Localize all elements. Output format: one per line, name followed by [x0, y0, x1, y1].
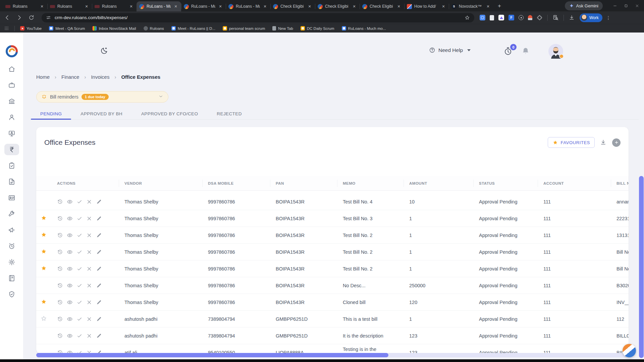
- browser-tab[interactable]: Ruloans✕: [3, 1, 47, 11]
- address-bar[interactable]: crm-dev.ruloans.com/bills/expenses/: [42, 13, 474, 22]
- approve-icon[interactable]: [76, 333, 83, 339]
- reject-icon[interactable]: [86, 316, 92, 322]
- sidebar-item-rupee[interactable]: [4, 144, 19, 155]
- sidebar-item-wrench[interactable]: [4, 210, 19, 218]
- bill-reminders-dropdown[interactable]: Bill reminders 1 due today: [36, 91, 168, 103]
- extension-icon-page[interactable]: [490, 15, 494, 20]
- tab-rejected[interactable]: REJECTED: [207, 108, 251, 119]
- edit-icon[interactable]: [96, 266, 102, 272]
- view-icon[interactable]: [67, 266, 73, 272]
- ask-gemini-button[interactable]: Ask Gemini: [565, 1, 603, 10]
- extension-icon-magnet[interactable]: [528, 15, 532, 20]
- tab-approved-by-bh[interactable]: APPROVED BY BH: [71, 108, 132, 119]
- favourite-cell[interactable]: [36, 299, 50, 306]
- notifications-button[interactable]: [522, 47, 530, 56]
- approve-icon[interactable]: [76, 316, 83, 322]
- reject-icon[interactable]: [86, 216, 92, 222]
- reject-icon[interactable]: [86, 249, 92, 255]
- url-text[interactable]: crm-dev.ruloans.com/bills/expenses/: [55, 15, 465, 20]
- reject-icon[interactable]: [86, 283, 92, 289]
- approve-icon[interactable]: [76, 283, 83, 289]
- bookmark-item[interactable]: RuLoans - Much mo...: [342, 26, 386, 31]
- breadcrumb-invoices[interactable]: Invoices: [91, 74, 109, 80]
- sidebar-item-briefcase[interactable]: [4, 81, 19, 89]
- breadcrumb-home[interactable]: Home: [36, 74, 50, 80]
- edit-icon[interactable]: [96, 216, 102, 222]
- approve-icon[interactable]: [76, 299, 83, 305]
- history-icon[interactable]: [57, 232, 63, 238]
- history-icon[interactable]: [57, 283, 63, 289]
- reload-icon[interactable]: [28, 14, 35, 21]
- sidebar-item-person[interactable]: [4, 113, 19, 121]
- extension-icon-blue[interactable]: [480, 15, 485, 20]
- browser-tab[interactable]: SNovostack™✕: [449, 1, 493, 11]
- add-expense-button[interactable]: [612, 138, 621, 147]
- edit-icon[interactable]: [96, 232, 102, 238]
- reject-icon[interactable]: [86, 199, 92, 205]
- browser-tab[interactable]: RuLoans - Mu✕: [226, 1, 270, 11]
- sidebar-item-document-edit[interactable]: [4, 178, 19, 186]
- vertical-scrollbar[interactable]: [639, 176, 644, 358]
- bookmark-item[interactable]: Meet - QA Scrum: [49, 26, 85, 31]
- favourite-cell[interactable]: [36, 215, 50, 222]
- horizontal-scrollbar[interactable]: [36, 353, 629, 357]
- bookmark-item[interactable]: YouTube: [20, 26, 42, 31]
- bookmark-item[interactable]: personal team scrum: [223, 26, 265, 31]
- timer-button[interactable]: 0: [503, 47, 514, 57]
- tab-close-icon[interactable]: ✕: [173, 4, 178, 9]
- bookmark-item[interactable]: Inbox NovoStack Mail: [92, 26, 136, 31]
- export-button[interactable]: [600, 139, 607, 146]
- bookmark-item[interactable]: New Tab: [272, 26, 293, 31]
- history-icon[interactable]: [57, 199, 63, 205]
- bookmark-star-icon[interactable]: [465, 15, 470, 20]
- favourite-cell[interactable]: [36, 265, 50, 273]
- browser-tab[interactable]: Check Eligibi✕: [360, 1, 404, 11]
- reject-icon[interactable]: [86, 333, 92, 339]
- sidebar-item-clipboard[interactable]: [4, 162, 19, 170]
- edit-icon[interactable]: [96, 316, 102, 322]
- view-icon[interactable]: [67, 199, 73, 205]
- tab-close-icon[interactable]: ✕: [84, 4, 89, 9]
- browser-tab[interactable]: Check Eligibi✕: [270, 1, 315, 11]
- bookmark-item[interactable]: Ruloans: [144, 26, 164, 31]
- edit-icon[interactable]: [96, 283, 102, 289]
- star-outline-icon[interactable]: [41, 315, 47, 322]
- reject-icon[interactable]: [86, 232, 92, 238]
- history-icon[interactable]: [57, 249, 63, 255]
- browser-tab[interactable]: RuLoans - Mu✕: [181, 1, 226, 11]
- reject-icon[interactable]: [86, 299, 92, 305]
- star-filled-icon[interactable]: [41, 232, 47, 238]
- tab-pending[interactable]: PENDING: [31, 108, 71, 119]
- user-avatar[interactable]: [548, 44, 563, 59]
- tab-close-icon[interactable]: ✕: [39, 4, 45, 9]
- view-icon[interactable]: [67, 299, 73, 305]
- approve-icon[interactable]: [76, 199, 83, 205]
- downloads-icon[interactable]: [569, 14, 575, 21]
- browser-tab[interactable]: How to Add/✕: [404, 1, 449, 11]
- edit-icon[interactable]: [96, 199, 102, 205]
- browser-tab[interactable]: Ruloans✕: [47, 1, 92, 11]
- tab-close-icon[interactable]: ✕: [218, 4, 223, 9]
- tab-approved-by-cfo-ceo[interactable]: APPROVED BY CFO/CEO: [132, 108, 207, 119]
- apps-grid-icon[interactable]: [4, 26, 9, 31]
- browser-menu-icon[interactable]: ⋮: [606, 15, 611, 20]
- sidebar-item-journal[interactable]: [4, 274, 19, 282]
- sidebar-item-monitor[interactable]: [4, 129, 19, 137]
- tab-close-icon[interactable]: ✕: [128, 4, 134, 9]
- history-icon[interactable]: [57, 299, 63, 305]
- edit-icon[interactable]: [96, 299, 102, 305]
- extension-icon-ring[interactable]: [519, 15, 524, 20]
- star-filled-icon[interactable]: [41, 248, 47, 255]
- approve-icon[interactable]: [76, 249, 83, 255]
- dark-mode-toggle[interactable]: [100, 47, 109, 55]
- site-settings-icon[interactable]: [46, 15, 51, 20]
- sidebar-item-alarm[interactable]: [4, 242, 19, 250]
- favourite-cell[interactable]: [36, 232, 50, 239]
- breadcrumb-finance[interactable]: Finance: [61, 74, 79, 80]
- approve-icon[interactable]: [76, 232, 83, 238]
- sidebar-item-bank[interactable]: [4, 97, 19, 105]
- extensions-puzzle-icon[interactable]: [537, 15, 543, 21]
- tab-close-icon[interactable]: ✕: [485, 4, 491, 9]
- horizontal-scrollbar-thumb[interactable]: [36, 353, 388, 357]
- reading-mode-icon[interactable]: [552, 14, 559, 21]
